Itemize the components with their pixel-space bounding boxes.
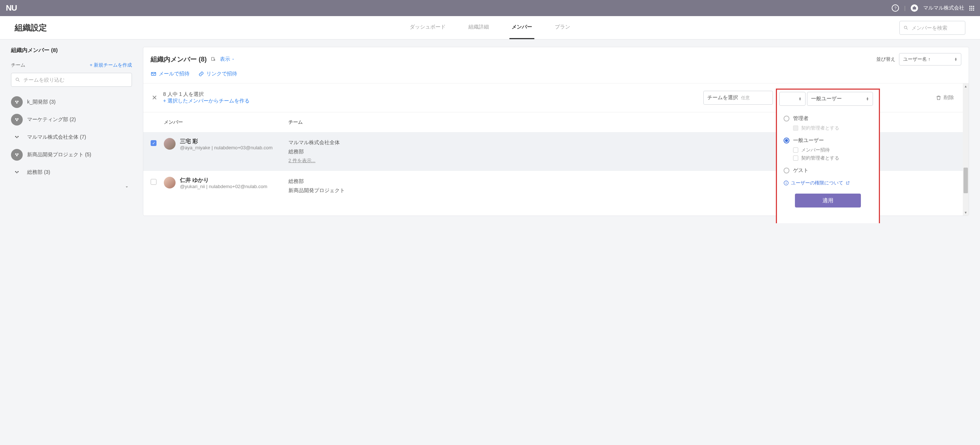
sort-select[interactable]: ユーザー名 ↑ ▲▼ (899, 53, 961, 65)
chevron-down-icon (232, 58, 235, 61)
svg-point-4 (16, 78, 18, 81)
role-radio-guest[interactable]: ゲスト (784, 167, 872, 174)
role-radio-admin[interactable]: 管理者 (784, 115, 872, 122)
scroll-up-icon[interactable]: ▲ (963, 84, 969, 89)
team-avatar-icon (11, 96, 23, 108)
team-everyone-icon (11, 131, 23, 143)
team-avatar-icon (11, 149, 23, 161)
team-item[interactable]: 新商品開発プロジェクト (5) (11, 146, 132, 163)
close-selection-button[interactable]: ✕ (151, 94, 158, 102)
org-name[interactable]: マルマル株式会社 (923, 5, 964, 11)
role-select-dropdown[interactable]: 一般ユーザー ▲▼ (807, 92, 873, 106)
team-name: 総務部 (288, 147, 844, 156)
team-label: k_開発部 (3) (27, 99, 56, 105)
admin-sub-check: 契約管理者とする (793, 125, 872, 131)
team-item[interactable]: マルマル株式会社全体 (7) (11, 128, 132, 146)
svg-point-8 (16, 102, 18, 104)
team-more-link[interactable]: 2 件を表示... (288, 156, 844, 165)
member-name: 三宅 彩 (180, 138, 273, 145)
checkbox-icon (793, 155, 798, 161)
sidebar-title[interactable]: 組織内メンバー (8) (11, 47, 132, 54)
team-filter-input[interactable] (24, 77, 128, 83)
info-icon (784, 181, 789, 185)
chevron-down-icon (125, 185, 129, 189)
svg-point-19 (18, 171, 19, 172)
svg-point-10 (17, 118, 19, 120)
logo[interactable]: NU (6, 3, 17, 13)
member-search-input[interactable] (912, 25, 961, 31)
team-everyone-icon (11, 166, 23, 178)
sidebar: 組織内メンバー (8) チーム + 新規チームを作成 k_開発部 (3) マーケ… (11, 47, 132, 193)
make-team-link[interactable]: + 選択したメンバーからチームを作る (163, 98, 250, 104)
general-sub-check-invite[interactable]: メンバー招待 (793, 147, 872, 153)
invite-by-link[interactable]: リンクで招待 (198, 71, 237, 77)
team-name: 総務部 (288, 177, 844, 186)
team-name: マルマル株式会社全体 (288, 138, 844, 147)
apps-grid-icon[interactable] (969, 6, 974, 11)
panel-title: 組織内メンバー (8) (151, 55, 207, 64)
svg-point-15 (15, 153, 16, 155)
role-radio-general[interactable]: 一般ユーザー (784, 137, 872, 144)
team-name: 新商品開発プロジェクト (288, 186, 844, 195)
tab-dashboard[interactable]: ダッシュボード (407, 16, 448, 39)
team-filter[interactable] (11, 73, 132, 87)
row-checkbox[interactable] (151, 140, 156, 146)
search-icon (904, 25, 908, 31)
sort-value: ユーザー名 ↑ (903, 56, 931, 63)
org-avatar-icon[interactable] (911, 5, 918, 12)
team-label: マーケティング部 (2) (27, 116, 76, 123)
team-item[interactable]: 総務部 (3) (11, 163, 132, 181)
tab-bar: ダッシュボード 組織詳細 メンバー プラン (407, 16, 573, 39)
add-team-link[interactable]: + 新規チームを作成 (90, 62, 132, 68)
show-dropdown[interactable]: 表示 (220, 56, 235, 63)
page-title: 組織設定 (15, 22, 47, 33)
permission-info-link[interactable]: ユーザーの権限について (784, 180, 872, 186)
app-bar: NU ? | マルマル株式会社 (0, 0, 980, 16)
scroll-down-icon[interactable]: ▼ (963, 210, 969, 215)
svg-point-2 (904, 26, 907, 29)
svg-rect-0 (913, 7, 916, 10)
team-section-label: チーム (11, 62, 25, 68)
checkbox-icon (793, 147, 798, 153)
member-search[interactable] (899, 21, 965, 35)
member-avatar (164, 138, 175, 150)
team-select-dropdown[interactable]: チームを選択 任意 (703, 91, 773, 105)
svg-point-6 (15, 101, 16, 102)
team-avatar-icon (11, 114, 23, 125)
member-sub: @yukari_nii | nulabdemo+02@nulab.com (180, 184, 267, 189)
delete-button[interactable]: 削除 (935, 94, 954, 101)
role-narrow-dropdown[interactable]: ▲▼ (779, 92, 805, 106)
separator: | (904, 5, 905, 11)
general-sub-check-contract[interactable]: 契約管理者とする (793, 155, 872, 162)
svg-point-17 (16, 155, 18, 156)
select-arrows-icon: ▲▼ (866, 97, 869, 101)
download-icon[interactable] (210, 56, 216, 62)
team-label: 新商品開発プロジェクト (5) (27, 152, 91, 158)
radio-icon (784, 138, 789, 143)
svg-point-12 (15, 136, 16, 137)
search-icon (15, 77, 21, 83)
team-label: 総務部 (3) (27, 169, 50, 176)
member-avatar (164, 177, 175, 188)
tab-details[interactable]: 組織詳細 (466, 16, 491, 39)
main-panel: 組織内メンバー (8) 表示 並び替え ユーザー名 ↑ ▲▼ メールで招待 (143, 47, 969, 216)
col-member: メンバー (164, 119, 288, 125)
tab-members[interactable]: メンバー (509, 16, 535, 39)
tab-plan[interactable]: プラン (553, 16, 573, 39)
svg-rect-1 (914, 6, 915, 7)
sidebar-more-caret[interactable] (11, 181, 132, 193)
role-popup: ▲▼ 一般ユーザー ▲▼ 管理者 (776, 89, 880, 223)
scrollbar-thumb[interactable] (964, 168, 968, 193)
team-item[interactable]: k_開発部 (3) (11, 93, 132, 111)
apply-button[interactable]: 適用 (795, 193, 861, 207)
radio-icon (784, 168, 789, 173)
row-checkbox[interactable] (151, 179, 156, 185)
help-icon[interactable]: ? (892, 5, 899, 12)
svg-point-18 (15, 171, 16, 172)
checkbox-icon (793, 125, 798, 131)
team-item[interactable]: マーケティング部 (2) (11, 111, 132, 128)
svg-point-13 (18, 136, 19, 137)
vertical-scrollbar[interactable]: ▲ ▼ (963, 84, 969, 215)
external-link-icon (845, 181, 850, 185)
invite-by-mail[interactable]: メールで招待 (151, 71, 189, 77)
